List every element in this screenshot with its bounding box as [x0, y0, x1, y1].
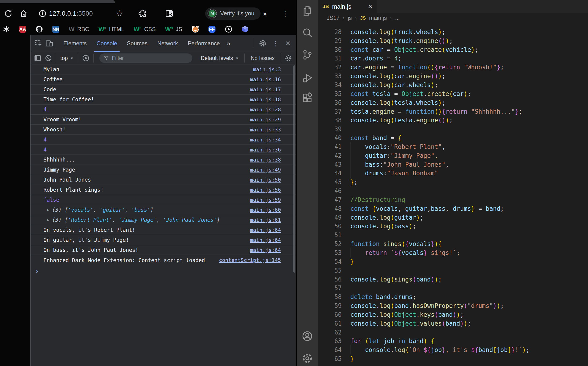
- devtools-tab-network[interactable]: Network: [152, 35, 183, 52]
- code-line[interactable]: 41 vocals:"Robert Plant",: [318, 142, 588, 151]
- code-line[interactable]: 45};: [318, 178, 588, 186]
- console-settings-icon[interactable]: [283, 54, 296, 62]
- bookmark-item[interactable]: W³JS: [165, 26, 182, 33]
- console-source-link[interactable]: main.js:64: [250, 247, 281, 253]
- code-line[interactable]: 34console.log(car.wheels);: [318, 81, 588, 89]
- run-debug-icon[interactable]: [302, 72, 313, 84]
- devtools-tab-performance[interactable]: Performance: [183, 35, 225, 52]
- code-line[interactable]: 65}: [318, 354, 588, 363]
- clear-console-icon[interactable]: [43, 54, 54, 62]
- code-line[interactable]: 48const {vocals, guitar,bass, drums} = b…: [318, 204, 588, 213]
- devtools-menu-icon[interactable]: ⋮: [269, 40, 282, 47]
- code-line[interactable]: 52function sings({vocals}){: [318, 239, 588, 248]
- code-line[interactable]: 46: [318, 186, 588, 195]
- console-source-link[interactable]: contentScript.js:145: [219, 257, 281, 263]
- code-line[interactable]: 64 console.log(`On ${job}, it's ${band[j…: [318, 345, 588, 354]
- code-line[interactable]: 58delete band.drums;: [318, 292, 588, 301]
- code-line[interactable]: 56console.log(sings(band));: [318, 275, 588, 284]
- address-bar[interactable]: 127.0.0.1:5500: [49, 10, 93, 17]
- console-sidebar-icon[interactable]: [31, 54, 43, 62]
- console-source-link[interactable]: main.js:17: [250, 87, 281, 92]
- devtools-close-icon[interactable]: ✕: [282, 40, 296, 47]
- console-source-link[interactable]: main.js:34: [250, 137, 281, 143]
- tab-close-icon[interactable]: ✕: [368, 3, 373, 10]
- console-source-link[interactable]: main.js:56: [250, 187, 281, 193]
- code-line[interactable]: 43 bass:"John Paul Jones",: [318, 160, 588, 169]
- bookmark-item[interactable]: [36, 25, 43, 33]
- bookmark-item[interactable]: FF: [208, 26, 215, 33]
- bookmark-star-icon[interactable]: ☆: [116, 9, 123, 18]
- extensions-puzzle-icon[interactable]: [138, 9, 147, 18]
- expand-triangle-icon[interactable]: ▶: [47, 208, 49, 212]
- verify-profile-button[interactable]: M Verify it's you: [205, 8, 261, 20]
- code-line[interactable]: 36console.log(tesla.wheels);: [318, 98, 588, 107]
- tab-main-js[interactable]: JS main.js ✕: [318, 0, 377, 13]
- context-selector[interactable]: top ▼: [58, 55, 75, 61]
- devtools-tab-elements[interactable]: Elements: [58, 35, 92, 52]
- reading-mode-icon[interactable]: [165, 9, 174, 18]
- bookmark-item[interactable]: NN: [52, 26, 59, 33]
- toolbar-overflow-icon[interactable]: »: [263, 10, 267, 17]
- breadcrumb-file[interactable]: main.js: [369, 15, 387, 21]
- bookmark-item[interactable]: [225, 25, 232, 33]
- code-line[interactable]: 32car.engine = function(){return "Whoosh…: [318, 63, 588, 72]
- inspect-element-icon[interactable]: [31, 39, 45, 48]
- code-line[interactable]: 47//Destructuring: [318, 195, 588, 204]
- code-line[interactable]: 51: [318, 231, 588, 239]
- devtools-tab-sources[interactable]: Sources: [122, 35, 152, 52]
- reload-icon[interactable]: [4, 9, 13, 18]
- code-line[interactable]: 42 guitar:"Jimmy Page",: [318, 151, 588, 160]
- bookmark-item[interactable]: AA: [19, 26, 26, 33]
- devtools-settings-icon[interactable]: [256, 39, 269, 47]
- code-line[interactable]: 63for (let job in band) {: [318, 337, 588, 346]
- issues-counter[interactable]: No Issues: [247, 55, 278, 61]
- code-line[interactable]: 62: [318, 328, 588, 337]
- code-line[interactable]: 53 return `${vocals} sings!`;: [318, 248, 588, 257]
- console-source-link[interactable]: main.js:38: [250, 157, 281, 163]
- code-line[interactable]: 28console.log(truck.wheels);: [318, 28, 588, 36]
- code-line[interactable]: 33console.log(car.engine());: [318, 72, 588, 81]
- breadcrumb-folder[interactable]: js: [348, 15, 352, 21]
- console-source-link[interactable]: main.js:33: [250, 127, 281, 133]
- browser-tab[interactable]: [0, 0, 115, 3]
- console-filter-input[interactable]: Filter: [99, 53, 192, 63]
- code-line[interactable]: 37tesla.engine = function(){return "Shhh…: [318, 107, 588, 116]
- code-line[interactable]: 49console.log(guitar);: [318, 213, 588, 222]
- breadcrumb-folder[interactable]: JS17: [327, 15, 340, 21]
- console-source-link[interactable]: main.js:64: [250, 237, 281, 243]
- console-source-link[interactable]: main.js:59: [250, 197, 281, 203]
- home-icon[interactable]: [19, 9, 28, 18]
- bookmark-item[interactable]: [242, 25, 249, 33]
- console-prompt[interactable]: ›: [31, 265, 296, 276]
- console-source-link[interactable]: main.js:50: [250, 177, 281, 183]
- more-tabs-icon[interactable]: »: [225, 39, 232, 47]
- code-line[interactable]: 59console.log(band.hasOwnProperty("drums…: [318, 301, 588, 310]
- code-line[interactable]: 44 drums:"Jason Bonham": [318, 169, 588, 178]
- code-line[interactable]: 55: [318, 266, 588, 275]
- code-line[interactable]: 30const car = Object.create(vehicle);: [318, 45, 588, 54]
- bookmark-item[interactable]: W³HTML: [98, 26, 124, 33]
- code-line[interactable]: 61console.log(Object.values(band));: [318, 319, 588, 328]
- device-toolbar-icon[interactable]: [45, 39, 54, 48]
- log-levels-selector[interactable]: Default levels ▼: [198, 55, 242, 61]
- code-line[interactable]: 29console.log(truck.engine());: [318, 36, 588, 45]
- code-line[interactable]: 54}: [318, 257, 588, 266]
- console-source-link[interactable]: main.js:61: [250, 217, 281, 223]
- bookmark-item[interactable]: WRBC: [69, 26, 89, 33]
- code-line[interactable]: 31car.doors = 4;: [318, 54, 588, 63]
- live-expression-icon[interactable]: [80, 54, 91, 62]
- extensions-icon[interactable]: [302, 92, 313, 104]
- console-source-link[interactable]: main.js:3: [253, 67, 281, 72]
- console-source-link[interactable]: main.js:16: [250, 76, 281, 82]
- console-source-link[interactable]: main.js:18: [250, 97, 281, 102]
- bookmark-item[interactable]: [3, 26, 10, 33]
- console-source-link[interactable]: main.js:36: [250, 147, 281, 153]
- code-line[interactable]: 38console.log(tesla.engine());: [318, 116, 588, 125]
- console-source-link[interactable]: main.js:29: [250, 117, 281, 122]
- code-line[interactable]: 60console.log(Object.keys(band));: [318, 310, 588, 319]
- account-icon[interactable]: [302, 330, 313, 342]
- code-line[interactable]: 35const tesla = Object.create(car);: [318, 89, 588, 98]
- source-control-icon[interactable]: [302, 49, 313, 61]
- console-source-link[interactable]: main.js:28: [250, 107, 281, 113]
- console-scrollbar[interactable]: [293, 65, 295, 273]
